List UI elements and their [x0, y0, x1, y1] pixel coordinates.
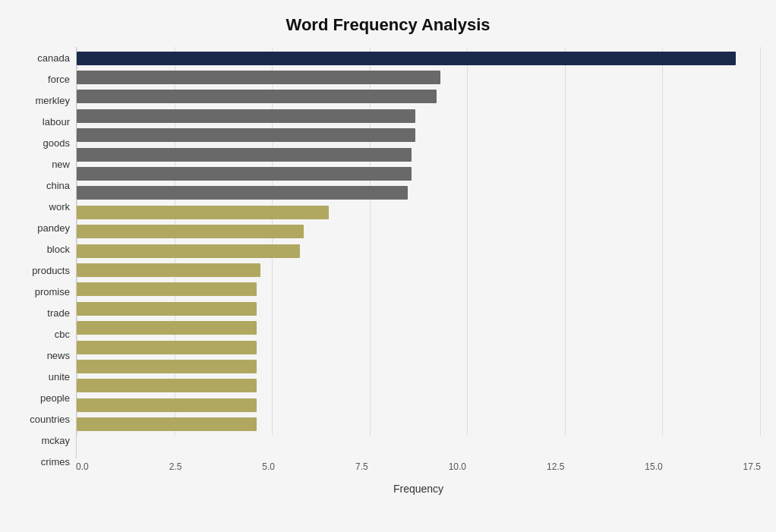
x-tick: 2.5 — [169, 461, 182, 472]
bar — [77, 244, 300, 258]
bar — [77, 167, 412, 181]
y-label: new — [15, 154, 76, 174]
x-tick: 17.5 — [743, 461, 761, 472]
bar-row — [77, 358, 761, 375]
bar-row — [77, 50, 761, 67]
bar-row — [77, 377, 761, 394]
bar — [77, 90, 437, 103]
bar — [77, 186, 408, 200]
bar-row — [77, 416, 761, 433]
bar-row — [77, 262, 761, 279]
y-label: pandey — [15, 218, 76, 238]
y-label: force — [15, 69, 76, 89]
x-tick: 15.0 — [645, 461, 662, 472]
bar — [77, 302, 257, 316]
bar-row — [77, 165, 761, 182]
bar — [77, 109, 415, 123]
y-label: crimes — [15, 452, 76, 471]
y-label: labour — [15, 112, 76, 131]
bar — [77, 71, 440, 84]
bar-row — [77, 339, 761, 356]
bar-row — [77, 146, 761, 163]
y-label: block — [15, 239, 76, 259]
chart-title: Word Frequency Analysis — [15, 15, 761, 35]
x-tick: 0.0 — [76, 461, 89, 472]
bar — [77, 148, 412, 162]
x-tick: 12.5 — [547, 461, 564, 472]
bar — [77, 128, 415, 142]
bar-row — [77, 108, 761, 124]
bars-wrapper — [76, 47, 761, 458]
y-label: goods — [15, 133, 76, 153]
y-label: cbc — [15, 324, 76, 344]
y-label: mckay — [15, 430, 76, 450]
x-axis: 0.02.55.07.510.012.515.017.5 — [76, 458, 761, 481]
y-label: china — [15, 175, 76, 195]
bar — [77, 398, 257, 412]
bar — [77, 321, 257, 335]
bar-row — [77, 243, 761, 260]
bar — [77, 206, 329, 219]
bar-row — [77, 223, 761, 240]
bar — [77, 379, 257, 392]
y-label: trade — [15, 303, 76, 323]
bar — [77, 360, 257, 373]
bar-row — [77, 69, 761, 86]
bar-row — [77, 127, 761, 143]
bar — [77, 417, 257, 431]
y-label: people — [15, 388, 76, 408]
x-axis-label: Frequency — [76, 483, 761, 495]
chart-area: canadaforcemerkleylabourgoodsnewchinawor… — [15, 47, 761, 495]
y-label: work — [15, 197, 76, 216]
x-tick: 7.5 — [355, 461, 368, 472]
bar-row — [77, 88, 761, 105]
y-label: products — [15, 260, 76, 280]
bar-row — [77, 184, 761, 201]
y-axis: canadaforcemerkleylabourgoodsnewchinawor… — [15, 47, 76, 495]
y-label: canada — [15, 48, 76, 68]
bar-row — [77, 397, 761, 414]
chart-container: Word Frequency Analysis canadaforcemerkl… — [0, 0, 776, 532]
bar — [77, 341, 257, 354]
y-label: countries — [15, 409, 76, 429]
bar — [77, 263, 260, 277]
y-label: merkley — [15, 90, 76, 110]
bar-row — [77, 301, 761, 317]
bar-row — [77, 281, 761, 297]
bars-container — [77, 47, 761, 436]
bar-row — [77, 320, 761, 336]
y-label: news — [15, 345, 76, 365]
y-label: promise — [15, 282, 76, 301]
plot-area: 0.02.55.07.510.012.515.017.5 Frequency — [76, 47, 761, 495]
bar-row — [77, 204, 761, 221]
x-tick: 5.0 — [262, 461, 275, 472]
bar — [77, 225, 304, 238]
x-tick: 10.0 — [449, 461, 466, 472]
bar — [77, 52, 736, 65]
bar — [77, 282, 257, 296]
y-label: unite — [15, 367, 76, 386]
